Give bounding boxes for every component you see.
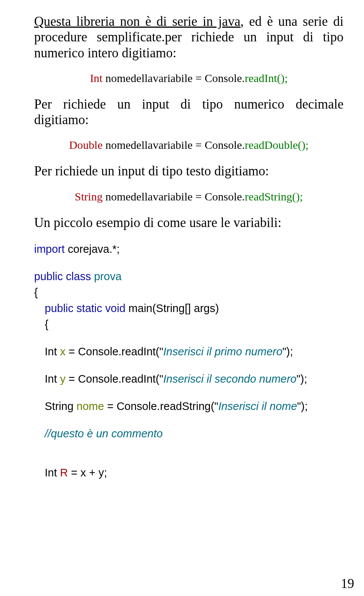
code-var: x [60, 345, 66, 358]
code-text: corejava.*; [65, 243, 120, 255]
code-var: nome [77, 400, 104, 412]
code-text: String [45, 400, 77, 412]
code-example-1: Int nomedellavariabile = Console.readInt… [34, 71, 344, 85]
paragraph-2: Per richiede un input di tipo numerico d… [34, 96, 344, 128]
code-text: "); [297, 400, 308, 412]
paragraph-4: Un piccolo esempio di come usare le vari… [34, 215, 344, 230]
page-number: 19 [341, 576, 354, 591]
paragraph-3: Per richiede un input di tipo testo digi… [34, 163, 344, 179]
document-page: Questa libreria non è di serie in java, … [0, 0, 364, 500]
code-example-3: String nomedellavariabile = Console.read… [34, 190, 344, 203]
code-text: Int [45, 373, 60, 385]
code-string: Inserisci il nome [218, 400, 297, 412]
code-block: import corejava.*; public class prova { … [34, 241, 344, 480]
text-underlined: Questa libreria non è di serie in java [34, 14, 240, 29]
code-type: String [75, 190, 102, 203]
code-text: = Console.readInt(" [66, 345, 163, 358]
code-comment: //questo è un commento [45, 426, 344, 441]
code-brace: { [34, 284, 344, 300]
code-keyword: public [34, 270, 63, 282]
code-keyword: void [105, 302, 126, 314]
paragraph-1: Questa libreria non è di serie in java, … [34, 14, 344, 61]
code-type: Int [90, 72, 102, 84]
code-text: = Console.readInt(" [66, 373, 163, 385]
code-keyword: static [77, 302, 102, 314]
code-text: "); [282, 345, 293, 358]
code-text: nomedellavariabile = Console. [102, 72, 245, 84]
code-line: public static void main(String[] args) [45, 300, 344, 316]
code-line: Int x = Console.readInt("Inserisci il pr… [45, 344, 344, 359]
code-text: nomedellavariabile = Console. [102, 190, 245, 203]
code-line: String nome = Console.readString("Inseri… [45, 398, 344, 414]
code-line: Int R = x + y; [45, 465, 344, 481]
code-keyword: import [34, 243, 65, 255]
code-string: Inserisci il secondo numero [163, 373, 297, 385]
code-text: nomedellavariabile = Console. [102, 139, 245, 151]
code-string: Inserisci il primo numero [163, 345, 282, 358]
code-var: y [60, 373, 66, 385]
code-text: "); [297, 373, 307, 385]
code-line: import corejava.*; [34, 241, 344, 257]
code-classname: prova [94, 270, 122, 282]
code-text: = Console.readString(" [104, 400, 218, 412]
code-brace: { [45, 316, 344, 332]
code-call: readInt(); [245, 72, 288, 84]
code-text: main(String[] args) [126, 302, 219, 314]
code-text: Int [45, 467, 60, 479]
code-example-2: Double nomedellavariabile = Console.read… [34, 138, 344, 152]
code-line: public class prova [34, 268, 344, 284]
code-text: = x + y; [68, 467, 107, 479]
code-line: Int y = Console.readInt("Inserisci il se… [45, 371, 344, 387]
code-keyword: public [45, 302, 74, 314]
code-call: readDouble(); [245, 139, 309, 151]
code-type: Double [69, 139, 102, 151]
code-var: R [60, 467, 68, 479]
code-text: Int [45, 345, 60, 358]
code-call: readString(); [245, 190, 303, 203]
code-keyword: class [66, 270, 91, 282]
